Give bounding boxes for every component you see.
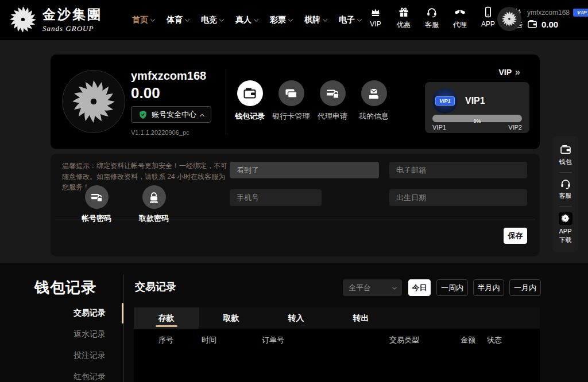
table-body <box>134 350 540 382</box>
birthday-field[interactable] <box>389 189 527 206</box>
chevron-down-icon <box>185 17 189 21</box>
quick-agent[interactable]: 代理 <box>450 6 470 30</box>
password-shortcuts: 帐号密码 取款密码 <box>76 185 174 224</box>
chevron-down-icon <box>323 17 327 21</box>
tab-deposit[interactable]: 存款 <box>134 307 199 329</box>
active-tab-underline <box>156 325 177 327</box>
crown-icon <box>370 6 381 18</box>
column-header-order: 订单号 <box>262 335 284 345</box>
column-header-type: 交易类型 <box>389 335 419 345</box>
chevron-down-icon <box>392 284 397 289</box>
account-security-button[interactable]: 账号安全中心 <box>131 106 211 123</box>
menu-item-rebates[interactable]: 返水记录 <box>23 329 115 340</box>
vip-badge: VIP1 <box>573 9 588 17</box>
nav-item-slots[interactable]: 电子 <box>339 15 361 25</box>
tab-withdraw[interactable]: 取款 <box>199 307 264 329</box>
vip-level-label: VIP1 <box>465 96 485 106</box>
card-lock-icon <box>90 191 103 204</box>
profile-shortcuts: 钱包记录 银行卡管理 代理申请 我的信息 <box>230 80 394 122</box>
quick-promotions[interactable]: 优惠 <box>393 6 414 30</box>
headset-icon <box>560 178 571 189</box>
sidebar-service[interactable]: 客服 <box>559 178 572 200</box>
chevron-down-icon <box>219 17 224 21</box>
platform-select[interactable]: 全平台 <box>343 279 402 296</box>
chevron-up-icon <box>200 114 204 118</box>
tab-transfer-in[interactable]: 转入 <box>264 307 328 329</box>
vip-badge-circle: VIP1 <box>432 88 458 114</box>
divider <box>559 172 572 173</box>
filter-week-button[interactable]: 一周内 <box>436 279 468 296</box>
nav-item-live[interactable]: 真人 <box>235 15 258 25</box>
divider <box>226 69 226 135</box>
app-logo-icon <box>559 212 572 225</box>
menu-item-redpackets[interactable]: 红包记录 <box>23 372 115 382</box>
quick-service[interactable]: 客服 <box>421 6 442 30</box>
sunburst-logo-icon <box>8 5 38 34</box>
column-header-index: 序号 <box>158 335 173 345</box>
vip-badge: VIP1 <box>435 96 455 106</box>
vip-link[interactable]: VIP » <box>499 67 520 77</box>
nav-item-lottery[interactable]: 彩票 <box>270 15 292 25</box>
shortcut-agent-apply[interactable]: 代理申请 <box>312 80 353 122</box>
column-header-status: 状态 <box>487 335 502 345</box>
section-title: 钱包记录 <box>34 278 96 298</box>
page: 金沙集團 Sands GROUP 首页 体育 电竞 真人 彩票 棋牌 电子 VI… <box>0 0 588 382</box>
sidebar-app-download[interactable]: APP 下载 <box>559 212 572 245</box>
profile-card: ymfxzcom168 0.00 账号安全中心 V1.1.1.20220906_… <box>51 54 540 149</box>
main-nav: 首页 体育 电竞 真人 彩票 棋牌 电子 <box>132 0 361 40</box>
profile-form-card: 温馨提示：绑定资料让帐号更加安全！一经绑定，不可随意修改。如需修改资料，请联系 … <box>51 154 540 256</box>
quick-vip[interactable]: VIP <box>365 6 386 30</box>
shortcut-bank-cards[interactable]: 银行卡管理 <box>271 80 311 122</box>
save-button[interactable]: 保存 <box>504 228 527 244</box>
wallet-balance[interactable]: 0.00 <box>527 19 588 29</box>
profile-balance: 0.00 <box>131 84 160 102</box>
chevron-down-icon <box>150 17 155 21</box>
menu-item-transactions[interactable]: 交易记录 <box>23 308 115 318</box>
quick-app[interactable]: APP <box>478 6 498 30</box>
profile-username: ymfxzcom168 <box>131 69 206 83</box>
filter-today-button[interactable]: 今日 <box>408 279 431 296</box>
panel-title: 交易记录 <box>135 280 176 294</box>
avatar[interactable] <box>497 7 521 31</box>
site-logo[interactable]: 金沙集團 Sands GROUP <box>8 5 102 34</box>
lock-icon <box>148 191 160 204</box>
wallet-records-section: 钱包记录 交易记录 返水记录 投注记录 红包记录 交易记录 全平台 今日 一周内… <box>0 263 588 382</box>
balance-value: 0.00 <box>541 20 558 29</box>
nav-item-chess[interactable]: 棋牌 <box>304 15 327 25</box>
nav-item-esports[interactable]: 电竞 <box>201 15 223 25</box>
shortcut-wallet-records[interactable]: 钱包记录 <box>230 80 270 122</box>
filter-halfmonth-button[interactable]: 半月内 <box>473 279 504 296</box>
gift-icon <box>398 6 409 18</box>
column-header-amount: 金额 <box>461 335 475 345</box>
profile-avatar[interactable] <box>62 70 125 133</box>
wallet-icon <box>243 87 257 100</box>
nav-item-home[interactable]: 首页 <box>132 15 154 25</box>
sunburst-avatar-icon <box>69 77 118 126</box>
shield-icon <box>138 110 148 119</box>
tab-transfer-out[interactable]: 转出 <box>328 307 393 329</box>
content-band: ymfxzcom168 0.00 账号安全中心 V1.1.1.20220906_… <box>0 40 588 263</box>
realname-field[interactable] <box>230 162 379 178</box>
email-field[interactable] <box>389 162 527 178</box>
account-password-button[interactable]: 帐号密码 <box>76 185 117 224</box>
phone-field[interactable] <box>230 189 322 206</box>
handshake-icon <box>454 6 466 18</box>
wallet-icon <box>527 19 537 29</box>
wallet-icon <box>560 144 571 155</box>
menu-item-bets[interactable]: 投注记录 <box>23 350 115 361</box>
sidebar-wallet[interactable]: 钱包 <box>559 144 572 166</box>
withdraw-password-button[interactable]: 取款密码 <box>134 185 174 224</box>
my-info-icon <box>367 87 381 100</box>
divider <box>123 274 124 382</box>
bank-cards-icon <box>284 87 298 100</box>
vip-range-to: VIP2 <box>508 124 522 131</box>
vip-range-from: VIP1 <box>432 124 446 131</box>
logo-title: 金沙集團 <box>42 6 102 24</box>
nav-item-sports[interactable]: 体育 <box>167 15 189 25</box>
chevron-down-icon <box>288 17 293 21</box>
filter-month-button[interactable]: 一月内 <box>509 279 541 296</box>
sunburst-avatar-icon <box>501 10 518 28</box>
headset-icon <box>426 6 438 18</box>
shortcut-my-info[interactable]: 我的信息 <box>354 80 394 122</box>
table-header-row: 序号 时间 订单号 交易类型 金额 状态 <box>134 329 540 350</box>
